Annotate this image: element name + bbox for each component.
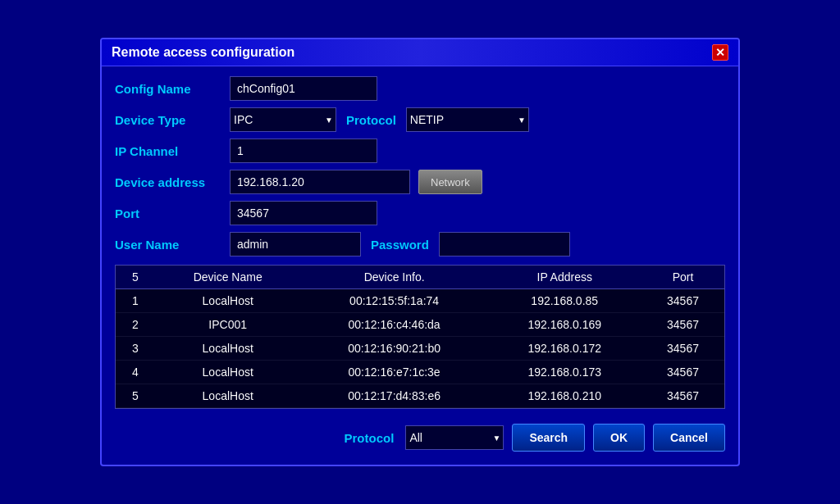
row-device-info: 00:12:16:c4:46:da (301, 313, 488, 337)
row-device-info: 00:12:16:90:21:b0 (301, 337, 488, 361)
row-ip-address: 192.168.0.169 (487, 313, 641, 337)
row-device-name: LocalHost (155, 384, 301, 408)
password-input[interactable] (439, 232, 570, 257)
dialog-title: Remote access configuration (112, 45, 294, 60)
device-type-row: Device Type IPC DVR NVR Protocol NETIP O… (115, 107, 725, 132)
row-port: 34567 (641, 337, 724, 361)
device-table: 5 Device Name Device Info. IP Address Po… (116, 266, 724, 408)
table-row[interactable]: 2 IPC001 00:12:16:c4:46:da 192.168.0.169… (116, 313, 724, 337)
row-device-info: 00:12:15:5f:1a:74 (301, 289, 488, 313)
password-label: Password (371, 238, 429, 252)
network-button[interactable]: Network (418, 170, 482, 194)
config-name-row: Config Name (115, 76, 725, 101)
ip-channel-input[interactable] (230, 138, 377, 163)
table-row[interactable]: 4 LocalHost 00:12:16:e7:1c:3e 192.168.0.… (116, 361, 724, 384)
footer-protocol-wrapper: All NETIP ONVIF RTSP (405, 425, 504, 450)
close-button[interactable]: ✕ (712, 44, 728, 61)
table-header-device-info: Device Info. (301, 266, 488, 289)
title-bar: Remote access configuration ✕ (102, 39, 738, 66)
row-port: 34567 (641, 384, 724, 408)
device-address-input[interactable] (230, 170, 410, 194)
row-port: 34567 (641, 313, 724, 337)
username-row: User Name Password (115, 232, 725, 257)
table-header-device-name: Device Name (155, 266, 301, 289)
config-name-label: Config Name (115, 82, 230, 96)
row-device-info: 00:12:17:d4:83:e6 (301, 384, 488, 408)
row-ip-address: 192.168.0.85 (487, 289, 641, 313)
table-header-row: 5 Device Name Device Info. IP Address Po… (116, 266, 724, 289)
row-device-name: LocalHost (155, 337, 301, 361)
row-index: 5 (116, 384, 155, 408)
row-port: 34567 (641, 289, 724, 313)
device-type-label: Device Type (115, 113, 230, 127)
search-button[interactable]: Search (512, 424, 585, 452)
row-index: 1 (116, 289, 155, 313)
device-address-row: Device address Network (115, 170, 725, 194)
device-type-select[interactable]: IPC DVR NVR (230, 107, 336, 132)
ok-button[interactable]: OK (593, 424, 645, 452)
port-row: Port (115, 201, 725, 225)
row-ip-address: 192.168.0.172 (487, 337, 641, 361)
table-header-count: 5 (116, 266, 155, 289)
row-index: 4 (116, 361, 155, 384)
footer: Protocol All NETIP ONVIF RTSP Search OK … (115, 417, 725, 455)
username-label: User Name (115, 238, 230, 252)
device-table-container: 5 Device Name Device Info. IP Address Po… (115, 265, 725, 409)
dialog-content: Config Name Device Type IPC DVR NVR Prot… (102, 66, 738, 465)
username-input[interactable] (230, 232, 361, 257)
device-type-wrapper: IPC DVR NVR (230, 107, 336, 132)
protocol-label: Protocol (346, 113, 396, 127)
device-address-label: Device address (115, 175, 230, 189)
port-label: Port (115, 207, 230, 220)
row-ip-address: 192.168.0.210 (487, 384, 641, 408)
port-input[interactable] (230, 201, 377, 225)
cancel-button[interactable]: Cancel (653, 424, 725, 452)
row-device-name: LocalHost (155, 361, 301, 384)
row-index: 2 (116, 313, 155, 337)
table-row[interactable]: 1 LocalHost 00:12:15:5f:1a:74 192.168.0.… (116, 289, 724, 313)
row-index: 3 (116, 337, 155, 361)
table-row[interactable]: 3 LocalHost 00:12:16:90:21:b0 192.168.0.… (116, 337, 724, 361)
protocol-select[interactable]: NETIP ONVIF RTSP (406, 107, 529, 132)
footer-protocol-select[interactable]: All NETIP ONVIF RTSP (405, 425, 504, 450)
ip-channel-label: IP Channel (115, 144, 230, 158)
footer-protocol-label: Protocol (345, 431, 395, 445)
row-port: 34567 (641, 361, 724, 384)
protocol-wrapper: NETIP ONVIF RTSP (406, 107, 529, 132)
table-header-port: Port (641, 266, 724, 289)
row-device-name: IPC001 (155, 313, 301, 337)
ip-channel-row: IP Channel (115, 138, 725, 163)
table-header-ip-address: IP Address (487, 266, 641, 289)
row-device-info: 00:12:16:e7:1c:3e (301, 361, 488, 384)
row-ip-address: 192.168.0.173 (487, 361, 641, 384)
row-device-name: LocalHost (155, 289, 301, 313)
remote-access-dialog: Remote access configuration ✕ Config Nam… (100, 38, 740, 466)
config-name-input[interactable] (230, 76, 377, 101)
table-row[interactable]: 5 LocalHost 00:12:17:d4:83:e6 192.168.0.… (116, 384, 724, 408)
